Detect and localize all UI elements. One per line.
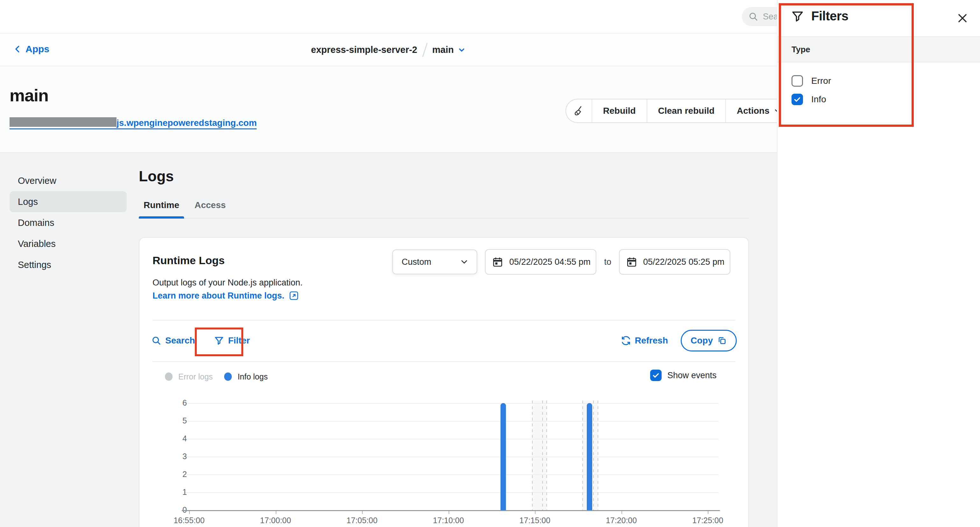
log-count-bar	[501, 403, 506, 510]
date-range-to-label: to	[604, 257, 611, 267]
range-preset-select[interactable]: Custom	[392, 249, 477, 274]
refresh-label: Refresh	[635, 335, 668, 346]
x-axis-label: 17:25:00	[682, 516, 733, 525]
runtime-logs-title: Runtime Logs	[153, 254, 225, 267]
x-axis-tick	[622, 511, 622, 514]
calendar-icon	[492, 256, 503, 268]
breadcrumb: express-simple-server-2 main	[0, 34, 777, 66]
broom-icon	[573, 105, 585, 117]
gridline	[184, 457, 719, 457]
x-axis-tick	[449, 511, 449, 514]
x-axis-tick	[362, 511, 363, 514]
x-axis-tick	[276, 511, 276, 514]
actions-label: Actions	[737, 106, 770, 116]
filters-section-title: Type	[792, 45, 810, 54]
filter-option-error[interactable]: Error	[792, 75, 831, 87]
date-from-input[interactable]: 05/22/2025 04:55 pm	[485, 249, 597, 275]
environment-url-link[interactable]: js.wpenginepoweredstaging.com	[10, 117, 257, 129]
sidebar-item-domains[interactable]: Domains	[10, 212, 127, 233]
y-axis-label: 2	[168, 470, 187, 479]
copy-label: Copy	[690, 335, 713, 346]
copy-icon	[718, 336, 727, 345]
error-checkbox[interactable]	[792, 75, 803, 87]
error-logs-dot	[165, 372, 173, 381]
filter-option-info[interactable]: Info	[792, 94, 826, 105]
card-divider	[153, 320, 735, 321]
refresh-button[interactable]: Refresh	[621, 335, 668, 346]
gridline	[184, 474, 719, 475]
rebuild-label: Rebuild	[603, 106, 636, 116]
error-option-label: Error	[811, 76, 831, 86]
x-axis-label: 17:15:00	[509, 516, 560, 525]
legend-info-logs[interactable]: Info logs	[224, 372, 268, 382]
y-axis-label: 5	[168, 416, 187, 425]
filter-funnel-icon	[791, 10, 804, 23]
log-toolbar-left: Search Filter	[151, 326, 250, 355]
logs-tabs: Runtime Access	[139, 200, 749, 219]
x-axis-tick	[535, 511, 536, 514]
info-checkbox[interactable]	[792, 94, 803, 105]
close-icon	[956, 12, 969, 24]
copy-button[interactable]: Copy	[681, 330, 737, 351]
chevron-down-icon	[458, 46, 466, 54]
y-axis-label: 3	[168, 452, 187, 461]
breadcrumb-separator	[422, 43, 427, 57]
tab-access[interactable]: Access	[191, 200, 229, 218]
clean-cache-button[interactable]	[566, 99, 592, 122]
y-axis-label: 1	[168, 487, 187, 497]
filters-panel-header: Filters	[778, 0, 980, 36]
clean-rebuild-label: Clean rebuild	[658, 106, 714, 116]
sidebar-item-variables[interactable]: Variables	[10, 233, 127, 254]
environment-name: main	[433, 45, 454, 55]
breadcrumb-app-name: express-simple-server-2	[311, 45, 417, 55]
check-icon	[793, 95, 801, 104]
rebuild-button[interactable]: Rebuild	[592, 99, 647, 122]
event-marker-line	[598, 401, 598, 510]
y-axis-label: 6	[168, 398, 187, 407]
chevron-down-icon	[460, 257, 469, 267]
date-to-value: 05/22/2025 05:25 pm	[643, 257, 724, 267]
calendar-icon	[626, 256, 637, 268]
gridline	[184, 403, 719, 404]
event-marker-line	[593, 401, 594, 510]
event-band	[532, 401, 546, 510]
info-logs-dot	[224, 372, 232, 381]
log-search-label: Search	[165, 335, 195, 346]
error-logs-label: Error logs	[178, 372, 213, 382]
event-marker-line	[542, 401, 543, 510]
environment-url-text: js.wpenginepoweredstaging.com	[116, 118, 257, 128]
sidebar-item-logs[interactable]: Logs	[10, 191, 127, 212]
close-panel-button[interactable]	[955, 10, 970, 26]
x-axis-tick	[708, 511, 708, 514]
x-axis-label: 17:10:00	[423, 516, 474, 525]
clean-rebuild-button[interactable]: Clean rebuild	[647, 99, 725, 122]
date-from-value: 05/22/2025 04:55 pm	[509, 257, 590, 267]
sidebar-item-settings[interactable]: Settings	[10, 254, 127, 275]
log-search-button[interactable]: Search	[151, 335, 195, 346]
show-events-toggle[interactable]: Show events	[650, 370, 717, 381]
learn-more-label: Learn more about Runtime logs.	[153, 291, 284, 301]
page-title: Logs	[139, 168, 174, 185]
show-events-checkbox[interactable]	[650, 370, 662, 381]
gridline	[184, 492, 719, 493]
filters-type-section: Type	[778, 36, 980, 62]
gridline	[184, 439, 719, 439]
environment-switcher[interactable]: main	[433, 45, 466, 55]
log-filter-button[interactable]: Filter	[214, 335, 250, 346]
x-axis-tick	[189, 511, 190, 514]
runtime-logs-description: Output logs of your Node.js application.	[153, 278, 302, 288]
gridline	[184, 421, 719, 422]
tab-runtime[interactable]: Runtime	[139, 200, 184, 218]
date-to-input[interactable]: 05/22/2025 05:25 pm	[619, 249, 730, 275]
url-redaction-box	[10, 117, 116, 127]
range-preset-value: Custom	[401, 257, 431, 267]
sidebar-item-overview[interactable]: Overview	[10, 170, 127, 191]
log-count-bar	[587, 403, 592, 510]
learn-more-link[interactable]: Learn more about Runtime logs.	[153, 291, 299, 301]
event-marker-line	[582, 401, 583, 510]
legend-error-logs[interactable]: Error logs	[165, 372, 213, 382]
runtime-logs-chart: 012345616:55:0017:00:0017:05:0017:10:001…	[184, 396, 719, 527]
environment-actions-group: Rebuild Clean rebuild Actions	[565, 99, 793, 123]
chart-legend: Error logs Info logs	[165, 370, 268, 383]
time-range-controls: Custom 05/22/2025 04:55 pm to 05/22/2025…	[392, 249, 730, 275]
